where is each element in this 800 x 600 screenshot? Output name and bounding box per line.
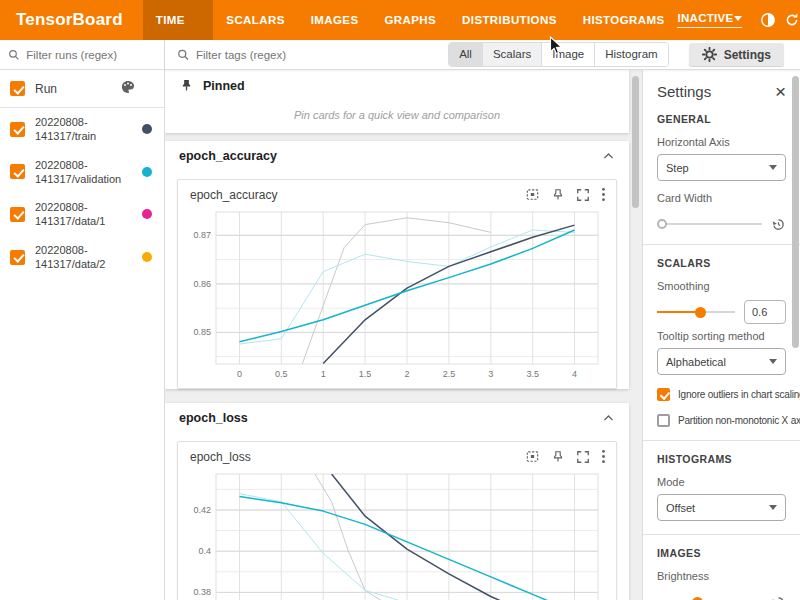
section-header-epoch-accuracy[interactable]: epoch_accuracy bbox=[165, 141, 629, 171]
run-color-dot bbox=[142, 167, 152, 177]
dropdown-caret-icon bbox=[769, 359, 777, 364]
pin-card-button[interactable] bbox=[551, 450, 565, 464]
collapse-icon[interactable] bbox=[602, 412, 615, 425]
filter-tags-input[interactable] bbox=[196, 49, 440, 61]
run-colors-button[interactable] bbox=[120, 79, 136, 98]
smoothing-value-input[interactable] bbox=[744, 300, 786, 324]
run-checkbox[interactable] bbox=[10, 164, 25, 179]
more-options-button[interactable] bbox=[601, 449, 606, 464]
run-checkbox[interactable] bbox=[10, 207, 25, 222]
run-row-validation[interactable]: 20220808-141317/validation bbox=[0, 151, 164, 194]
pin-card-button[interactable] bbox=[551, 188, 565, 202]
card-actions bbox=[525, 449, 606, 464]
partition-x-row[interactable]: Partition non-monotonic X axis bbox=[657, 414, 786, 427]
more-options-icon bbox=[601, 449, 606, 464]
svg-text:3: 3 bbox=[488, 369, 493, 379]
run-name: 20220808-141317/data/1 bbox=[35, 200, 123, 229]
smoothing-row bbox=[657, 305, 786, 319]
filter-scalars-button[interactable]: Scalars bbox=[482, 43, 541, 65]
fullscreen-button[interactable] bbox=[576, 188, 590, 202]
fullscreen-icon bbox=[576, 450, 590, 464]
slider-thumb[interactable] bbox=[695, 307, 706, 318]
app-title: TensorBoard bbox=[0, 10, 143, 30]
fit-selection-button[interactable] bbox=[525, 187, 540, 202]
card-actions bbox=[525, 187, 606, 202]
divider bbox=[643, 244, 800, 245]
collapse-icon[interactable] bbox=[602, 150, 615, 163]
filter-runs-row bbox=[0, 40, 164, 70]
tab-images[interactable]: IMAGES bbox=[298, 0, 372, 40]
tab-scalars[interactable]: SCALARS bbox=[213, 0, 297, 40]
refresh-button[interactable] bbox=[784, 7, 800, 33]
slider-thumb[interactable] bbox=[657, 219, 667, 229]
body-row: Run 20220808-141317/train 20220808-14131… bbox=[0, 40, 800, 600]
histograms-heading: HISTOGRAMS bbox=[657, 453, 786, 465]
tooltip-sort-select[interactable]: Alphabetical bbox=[657, 348, 786, 375]
tensorboard-app: TensorBoard TIME SERIES SCALARS IMAGES G… bbox=[0, 0, 800, 600]
fit-selection-icon bbox=[525, 449, 540, 464]
epoch-loss-chart[interactable]: 00.511.522.533.540.360.380.40.42 bbox=[180, 468, 608, 600]
card-width-slider[interactable] bbox=[657, 223, 762, 225]
open-settings-button[interactable]: Settings bbox=[689, 43, 784, 66]
svg-text:0.87: 0.87 bbox=[193, 230, 211, 240]
partition-x-label: Partition non-monotonic X axis bbox=[678, 415, 800, 426]
tab-time-series[interactable]: TIME SERIES bbox=[143, 0, 214, 40]
card-width-reset-button[interactable] bbox=[771, 217, 786, 232]
svg-text:0.86: 0.86 bbox=[193, 279, 211, 289]
brightness-row bbox=[657, 595, 786, 600]
smoothing-slider[interactable] bbox=[657, 311, 735, 313]
divider bbox=[643, 440, 800, 441]
ignore-outliers-checkbox[interactable] bbox=[657, 388, 670, 401]
run-row-data1[interactable]: 20220808-141317/data/1 bbox=[0, 193, 164, 236]
run-checkbox[interactable] bbox=[10, 250, 25, 265]
tab-graphs[interactable]: GRAPHS bbox=[371, 0, 449, 40]
main-scrollbar-thumb[interactable] bbox=[632, 76, 639, 208]
run-name: 20220808-141317/train bbox=[35, 115, 123, 144]
cards-scroll-area[interactable]: Pinned Pin cards for a quick view and co… bbox=[165, 70, 642, 600]
epoch-accuracy-chart[interactable]: 00.511.522.533.540.850.860.87 bbox=[180, 206, 608, 382]
svg-text:2.5: 2.5 bbox=[443, 369, 456, 379]
run-row-train[interactable]: 20220808-141317/train bbox=[0, 108, 164, 151]
pin-icon bbox=[551, 450, 565, 464]
svg-text:1: 1 bbox=[321, 369, 326, 379]
svg-text:0: 0 bbox=[237, 369, 242, 379]
panel-scrollbar-thumb[interactable] bbox=[792, 76, 799, 348]
tab-distributions[interactable]: DISTRIBUTIONS bbox=[449, 0, 570, 40]
filter-all-button[interactable]: All bbox=[449, 43, 482, 65]
histogram-mode-select[interactable]: Offset bbox=[657, 494, 786, 521]
ignore-outliers-label: Ignore outliers in chart scaling bbox=[678, 389, 800, 400]
slider-thumb[interactable] bbox=[692, 597, 703, 600]
pinned-title: Pinned bbox=[203, 79, 245, 93]
smoothing-label: Smoothing bbox=[657, 280, 786, 292]
run-checkbox[interactable] bbox=[10, 122, 25, 137]
contrast-icon bbox=[760, 12, 776, 28]
horizontal-axis-select[interactable]: Step bbox=[657, 154, 786, 181]
run-row-data2[interactable]: 20220808-141317/data/2 bbox=[0, 236, 164, 279]
run-name: 20220808-141317/validation bbox=[35, 158, 123, 187]
reload-status-select[interactable]: INACTIVE bbox=[677, 12, 741, 28]
reload-status-value: INACTIVE bbox=[677, 12, 733, 24]
fit-selection-button[interactable] bbox=[525, 449, 540, 464]
pinned-header: Pinned bbox=[165, 70, 629, 101]
filter-runs-input[interactable] bbox=[26, 49, 156, 61]
brightness-label: Brightness bbox=[657, 570, 786, 582]
brightness-reset-button[interactable] bbox=[771, 595, 786, 600]
tab-histograms[interactable]: HISTOGRAMS bbox=[570, 0, 678, 40]
more-options-button[interactable] bbox=[601, 187, 606, 202]
partition-x-checkbox[interactable] bbox=[657, 414, 670, 427]
divider bbox=[643, 534, 800, 535]
contrast-toggle-button[interactable] bbox=[760, 7, 776, 33]
fullscreen-button[interactable] bbox=[576, 450, 590, 464]
svg-text:0.38: 0.38 bbox=[193, 587, 211, 597]
filter-histogram-button[interactable]: Histogram bbox=[594, 43, 667, 65]
slider-fill bbox=[657, 311, 700, 313]
section-epoch-accuracy: epoch_accuracy epoch_accuracy bbox=[165, 141, 629, 389]
section-header-epoch-loss[interactable]: epoch_loss bbox=[165, 403, 629, 433]
ignore-outliers-row[interactable]: Ignore outliers in chart scaling bbox=[657, 388, 786, 401]
section-title: epoch_loss bbox=[179, 411, 248, 425]
filter-image-button[interactable]: Image bbox=[541, 43, 594, 65]
close-icon[interactable]: × bbox=[775, 82, 786, 101]
nav-tabs: TIME SERIES SCALARS IMAGES GRAPHS DISTRI… bbox=[143, 0, 678, 40]
tags-toolbar: All Scalars Image Histogram Settings bbox=[165, 40, 800, 70]
select-all-runs-checkbox[interactable] bbox=[10, 81, 25, 96]
